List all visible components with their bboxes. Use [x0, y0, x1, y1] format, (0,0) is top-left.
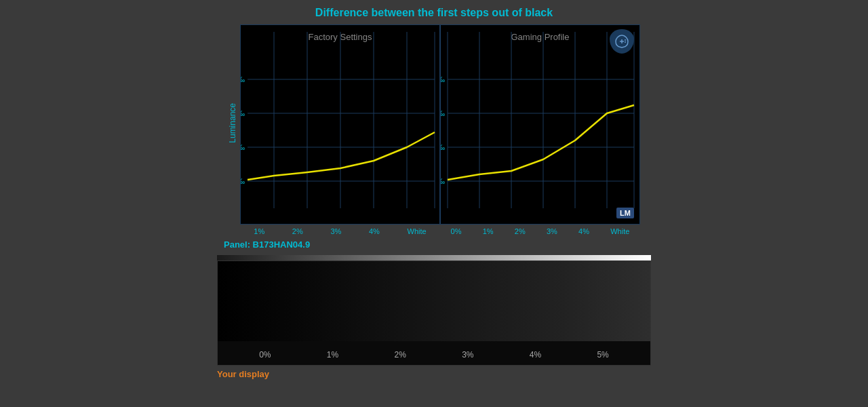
- x-label-1: 1%: [254, 227, 264, 235]
- display-gradient: [218, 261, 650, 341]
- chart2-box: Gaming Profile LM: [440, 24, 640, 225]
- x-label-2: 2%: [292, 227, 303, 235]
- disp-label-0: 0%: [259, 350, 271, 360]
- y-axis-label: Luminance: [228, 103, 237, 143]
- x2-label-2: 2%: [515, 227, 526, 235]
- progress-bar: [217, 255, 651, 260]
- svg-text:3‰: 3‰: [441, 110, 445, 117]
- display-test-box: 0% 1% 2% 3% 4% 5%: [217, 260, 651, 366]
- x2-label-white: White: [610, 227, 629, 235]
- disp-label-2: 2%: [394, 350, 406, 360]
- chart2-svg: 1‰ 2‰ 3‰ 4‰: [441, 25, 641, 225]
- chart2-wrapper: Gaming Profile LM: [440, 24, 640, 235]
- display-x-labels: 0% 1% 2% 3% 4% 5%: [218, 350, 650, 360]
- svg-text:4‰: 4‰: [241, 76, 245, 83]
- panel-info: Panel: B173HAN04.9: [224, 239, 310, 250]
- main-container: Difference between the first steps out o…: [0, 0, 868, 379]
- chart-title: Difference between the first steps out o…: [315, 7, 553, 19]
- svg-text:2‰: 2‰: [441, 144, 445, 151]
- x-label-3: 3%: [330, 227, 341, 235]
- svg-text:4‰: 4‰: [441, 76, 445, 83]
- disp-label-1: 1%: [327, 350, 338, 360]
- chart2-x-labels: 0% 1% 2% 3% 4% White: [440, 227, 640, 235]
- x-label-4: 4%: [369, 227, 380, 235]
- charts-row: Luminance Factory Settings: [228, 24, 640, 235]
- disp-label-4: 4%: [530, 350, 541, 360]
- svg-text:1‰: 1‰: [441, 178, 445, 185]
- x2-label-1: 1%: [483, 227, 494, 235]
- x2-label-4: 4%: [578, 227, 589, 235]
- chart1-wrapper: Factory Settings 1‰ 2‰: [240, 24, 440, 235]
- svg-text:3‰: 3‰: [241, 110, 245, 117]
- svg-text:2‰: 2‰: [241, 144, 245, 151]
- x2-label-3: 3%: [547, 227, 557, 235]
- chart1-svg: 1‰ 2‰ 3‰ 4‰: [241, 25, 441, 225]
- your-display-label: Your display: [217, 369, 651, 379]
- svg-text:1‰: 1‰: [241, 178, 245, 185]
- chart1-x-labels: 1% 2% 3% 4% White: [240, 227, 440, 235]
- disp-label-3: 3%: [462, 350, 473, 360]
- disp-label-5: 5%: [597, 350, 608, 360]
- chart1-box: Factory Settings 1‰ 2‰: [240, 24, 440, 225]
- x-label-white: White: [408, 227, 427, 235]
- x2-label-0: 0%: [451, 227, 462, 235]
